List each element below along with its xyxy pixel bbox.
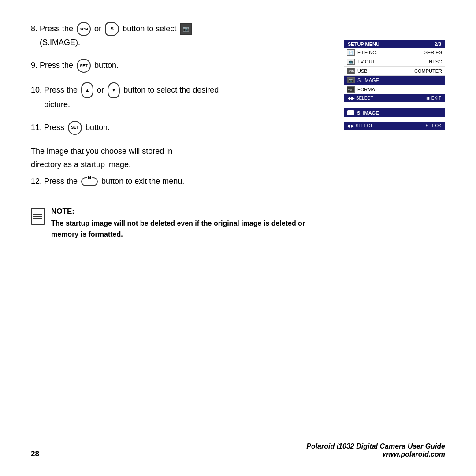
step13-suffix: button to exit the menu. [101, 177, 184, 186]
step10-prefix: 10. Press the [31, 86, 78, 94]
s-image-bar: S. IMAGE [344, 108, 445, 117]
step8-or: or [94, 24, 101, 33]
step11-suffix: button. [86, 123, 110, 131]
step8-suffix: button to select [123, 24, 176, 33]
brand-line1: Polaroid i1032 Digital Camera User Guide [306, 443, 445, 450]
menu-row-usb: USB USB COMPUTER [344, 67, 445, 76]
step9-prefix: 9. Press the [31, 61, 73, 70]
step9-suffix: button. [94, 61, 119, 70]
menu-row-tvout: 📺 TV OUT NTSC [344, 57, 445, 67]
setup-menu-box: SETUP MENU 2/3 📄 FILE NO. SERIES 📺 TV OU… [344, 40, 445, 102]
down-button-icon [108, 82, 120, 98]
step10-suffix: button to select the desired [123, 86, 219, 94]
menu-row-format: FMT FORMAT [344, 85, 445, 94]
usb-icon: USB [347, 68, 355, 74]
step11-prefix: 11. Press [31, 123, 64, 131]
step8-prefix: 8. Press the [31, 24, 73, 33]
setup-menu-header: SETUP MENU 2/3 [344, 40, 445, 48]
up-button-icon [81, 82, 93, 98]
tvout-icon: 📺 [347, 59, 355, 65]
note-content: NOTE: The startup image will not be dele… [51, 207, 445, 240]
step10-cont: picture. [44, 100, 70, 109]
fileno-icon: 📄 [347, 49, 355, 56]
menu-button-icon: M [81, 177, 98, 186]
step-12: 12. Press the M button to exit the menu. [31, 175, 445, 188]
camera-select-icon: 📷 [180, 23, 192, 35]
step11-text: The image that you choose will stored in… [31, 145, 445, 171]
note-icon [31, 208, 45, 225]
setup-menu-footer: ◆▶ SELECT ▣ EXIT [344, 94, 445, 102]
page-number: 28 [31, 450, 39, 458]
ui-panel: SETUP MENU 2/3 📄 FILE NO. SERIES 📺 TV OU… [344, 40, 445, 130]
s-button-icon: S [105, 22, 119, 36]
scn-button-icon: SCN [77, 22, 91, 36]
brand-line2: www.polaroid.com [306, 450, 445, 458]
note-title: NOTE: [51, 207, 445, 216]
menu-row-fileno: 📄 FILE NO. SERIES [344, 48, 445, 57]
step8-label: (S.IMAGE). [40, 38, 80, 47]
note-section: NOTE: The startup image will not be dele… [31, 207, 445, 240]
menu-row-simage: 📷 S. IMAGE [344, 76, 445, 85]
select-ok-bar: ◆▶ SELECT SET OK [344, 122, 445, 130]
page-footer: 28 Polaroid i1032 Digital Camera User Gu… [31, 443, 445, 458]
format-icon: FMT [347, 86, 355, 93]
s-image-cam [347, 110, 354, 115]
set-button-icon-9: SET [77, 59, 91, 73]
step13-prefix: 12. Press the [31, 177, 78, 186]
footer-brand: Polaroid i1032 Digital Camera User Guide… [306, 443, 445, 458]
step10-or: or [97, 86, 104, 94]
set-button-icon-11: SET [68, 121, 82, 135]
simage-icon: 📷 [347, 77, 355, 83]
note-text: The startup image will not be deleted ev… [51, 218, 445, 240]
